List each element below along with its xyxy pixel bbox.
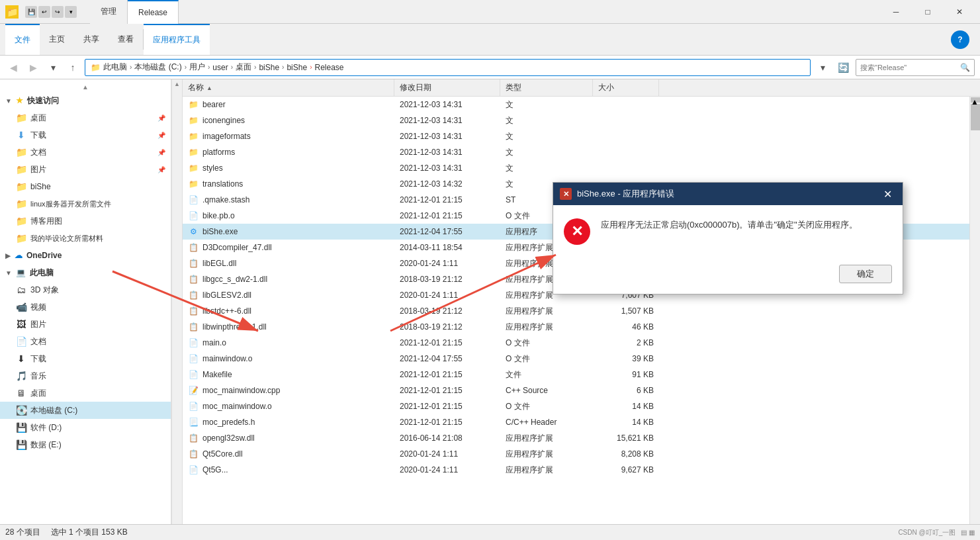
selected-info: 选中 1 个项目 153 KB bbox=[51, 527, 128, 538]
path-desktop[interactable]: 桌面 bbox=[236, 62, 251, 73]
sidebar-item-pictures2[interactable]: 🖼 图片 bbox=[0, 316, 171, 333]
star-icon: ★ bbox=[16, 96, 23, 105]
dropdown-nav-button[interactable]: ▾ bbox=[45, 60, 61, 75]
file-row[interactable]: 📋 libwinpthread-1.dll 2018-03-19 21:12 应… bbox=[183, 319, 980, 335]
file-date: 2020-01-24 1:11 bbox=[394, 287, 500, 303]
file-date: 2018-03-19 21:12 bbox=[394, 303, 500, 319]
sidebar-quick-access-header[interactable]: ▼ ★ 快速访问 bbox=[0, 92, 171, 109]
sidebar-item-desktop1[interactable]: 📁 桌面 📌 bbox=[0, 109, 171, 126]
file-row[interactable]: 📁 styles 2021-12-03 14:31 文 bbox=[183, 160, 980, 176]
file-row[interactable]: 📄 mainwindow.o 2021-12-04 17:55 O 文件 39 … bbox=[183, 351, 980, 367]
file-type: 应用程序扩展 bbox=[500, 303, 593, 319]
help-button[interactable]: ? bbox=[951, 30, 969, 49]
dialog-ok-button[interactable]: 确定 bbox=[839, 265, 892, 283]
close-button[interactable]: ✕ bbox=[944, 0, 975, 24]
file-row[interactable]: 📄 main.o 2021-12-01 21:15 O 文件 2 KB bbox=[183, 335, 980, 351]
col-header-size[interactable]: 大小 bbox=[593, 79, 659, 96]
file-icon: 📄 bbox=[188, 210, 199, 221]
sidebar-item-pictures1[interactable]: 📁 图片 📌 bbox=[0, 161, 171, 178]
sort-arrow: ▲ bbox=[206, 85, 212, 91]
file-name: bearer bbox=[202, 100, 226, 109]
tab-manage[interactable]: 管理 bbox=[90, 0, 128, 24]
path-dropdown-button[interactable]: ▾ bbox=[815, 60, 830, 75]
sidebar-item-downloads1[interactable]: ⬇ 下载 📌 bbox=[0, 126, 171, 144]
file-size: 6 KB bbox=[593, 382, 659, 398]
sidebar-onedrive-header[interactable]: ▶ ☁ OneDrive bbox=[0, 247, 171, 264]
address-path[interactable]: 📁 此电脑 › 本地磁盘 (C:) › 用户 › user › 桌面 › biS… bbox=[85, 59, 811, 76]
file-row[interactable]: 📝 moc_mainwindow.cpp 2021-12-01 21:15 C+… bbox=[183, 382, 980, 398]
file-row[interactable]: 📁 iconengines 2021-12-03 14:31 文 bbox=[183, 112, 980, 128]
search-input[interactable] bbox=[860, 64, 958, 71]
file-name: libgcc_s_dw2-1.dll bbox=[202, 275, 267, 284]
file-row[interactable]: 📄 moc_mainwindow.o 2021-12-01 21:15 O 文件… bbox=[183, 398, 980, 414]
path-computer[interactable]: 此电脑 bbox=[103, 62, 127, 73]
path-user[interactable]: user bbox=[212, 63, 228, 72]
file-date: 2020-01-24 1:11 bbox=[394, 462, 500, 478]
path-bishe1[interactable]: biShe bbox=[259, 63, 279, 72]
up-button[interactable]: ↑ bbox=[65, 60, 81, 75]
file-date: 2020-01-24 1:11 bbox=[394, 255, 500, 271]
sidebar-item-c-drive[interactable]: 💽 本地磁盘 (C:) bbox=[0, 402, 171, 419]
file-row[interactable]: 📁 platforms 2021-12-03 14:31 文 bbox=[183, 144, 980, 160]
error-dialog[interactable]: ✕ biShe.exe - 应用程序错误 ✕ ✕ 应用程序无法正常启动(0xc0… bbox=[553, 182, 903, 294]
sidebar-item-videos[interactable]: 📹 视频 bbox=[0, 298, 171, 316]
search-box[interactable]: 🔍 bbox=[856, 59, 975, 76]
sidebar-item-desktop2[interactable]: 🖥 桌面 bbox=[0, 384, 171, 402]
sidebar-item-downloads2[interactable]: ⬇ 下载 bbox=[0, 350, 171, 367]
refresh-button[interactable]: 🔄 bbox=[834, 59, 852, 76]
file-row[interactable]: 📁 imageformats 2021-12-03 14:31 文 bbox=[183, 128, 980, 144]
forward-button[interactable]: ▶ bbox=[25, 60, 41, 75]
file-row[interactable]: 📋 opengl32sw.dll 2016-06-14 21:08 应用程序扩展… bbox=[183, 430, 980, 446]
file-name: imageformats bbox=[202, 132, 251, 141]
sidebar-thispc-header[interactable]: ▼ 💻 此电脑 bbox=[0, 264, 171, 281]
minimize-button[interactable]: ─ bbox=[881, 0, 911, 24]
scroll-thumb[interactable] bbox=[971, 104, 980, 130]
sidebar-item-linux[interactable]: 📁 linux服务器开发所需文件 bbox=[0, 195, 171, 212]
scrollbar[interactable]: ▲ bbox=[969, 97, 980, 524]
ribbon-tab-home[interactable]: 主页 bbox=[40, 24, 74, 55]
pin-icon-docs: 📌 bbox=[157, 149, 165, 156]
pin-icon: 📌 bbox=[157, 114, 165, 122]
file-row[interactable]: 📋 libstdc++-6.dll 2018-03-19 21:12 应用程序扩… bbox=[183, 303, 980, 319]
file-row[interactable]: 📃 moc_predefs.h 2021-12-01 21:15 C/C++ H… bbox=[183, 414, 980, 430]
back-button[interactable]: ◀ bbox=[5, 60, 21, 75]
file-row[interactable]: 📄 Qt5G... 2020-01-24 1:11 应用程序扩展 9,627 K… bbox=[183, 462, 980, 478]
ribbon-tab-file[interactable]: 文件 bbox=[5, 24, 40, 55]
ribbon-tab-share[interactable]: 共享 bbox=[74, 24, 109, 55]
path-c-drive[interactable]: 本地磁盘 (C:) bbox=[134, 62, 181, 73]
tab-release[interactable]: Release bbox=[128, 0, 179, 24]
file-row[interactable]: 📄 Makefile 2021-12-01 21:15 文件 91 KB bbox=[183, 367, 980, 382]
file-date: 2021-12-01 21:15 bbox=[394, 398, 500, 414]
sidebar-item-bishe[interactable]: 📁 biShe bbox=[0, 178, 171, 195]
file-list-body: 📁 bearer 2021-12-03 14:31 文 📁 iconengine… bbox=[183, 97, 980, 524]
ribbon-tab-view[interactable]: 查看 bbox=[109, 24, 143, 55]
path-release[interactable]: Release bbox=[314, 63, 343, 72]
path-bishe2[interactable]: biShe bbox=[287, 63, 307, 72]
ribbon-tab-app-tools[interactable]: 应用程序工具 bbox=[144, 24, 210, 55]
sidebar-item-e-drive[interactable]: 💾 数据 (E:) bbox=[0, 436, 171, 453]
sidebar-item-3dobjects[interactable]: 🗂 3D 对象 bbox=[0, 281, 171, 298]
sidebar-item-d-drive[interactable]: 💾 软件 (D:) bbox=[0, 419, 171, 436]
col-header-date[interactable]: 修改日期 bbox=[394, 79, 500, 96]
dropdown-icon[interactable]: ▾ bbox=[65, 6, 77, 18]
undo-icon[interactable]: ↩ bbox=[38, 6, 50, 18]
dialog-close-button[interactable]: ✕ bbox=[879, 185, 896, 202]
scroll-up-btn[interactable]: ▲ bbox=[971, 97, 980, 103]
sidebar-item-music[interactable]: 🎵 音乐 bbox=[0, 367, 171, 384]
dialog-error-icon: ✕ bbox=[564, 218, 590, 245]
maximize-button[interactable]: □ bbox=[913, 0, 943, 24]
col-header-name[interactable]: 名称 ▲ bbox=[183, 79, 394, 96]
file-date: 2021-12-03 14:31 bbox=[394, 97, 500, 112]
save-icon[interactable]: 💾 bbox=[25, 6, 37, 18]
sidebar-item-documents2[interactable]: 📄 文档 bbox=[0, 333, 171, 350]
redo-icon[interactable]: ↪ bbox=[52, 6, 64, 18]
sidebar-item-documents1[interactable]: 📁 文档 📌 bbox=[0, 144, 171, 161]
sidebar-item-thesis[interactable]: 📁 我的毕设论文所需材料 bbox=[0, 230, 171, 247]
file-row[interactable]: 📁 bearer 2021-12-03 14:31 文 bbox=[183, 97, 980, 112]
file-row[interactable]: 📋 Qt5Core.dll 2020-01-24 1:11 应用程序扩展 8,2… bbox=[183, 446, 980, 462]
file-type: 应用程序扩展 bbox=[500, 462, 593, 478]
sidebar-item-blog[interactable]: 📁 博客用图 bbox=[0, 212, 171, 230]
path-users[interactable]: 用户 bbox=[189, 62, 205, 73]
file-icon: 📄 bbox=[188, 369, 199, 380]
col-header-type[interactable]: 类型 bbox=[500, 79, 593, 96]
